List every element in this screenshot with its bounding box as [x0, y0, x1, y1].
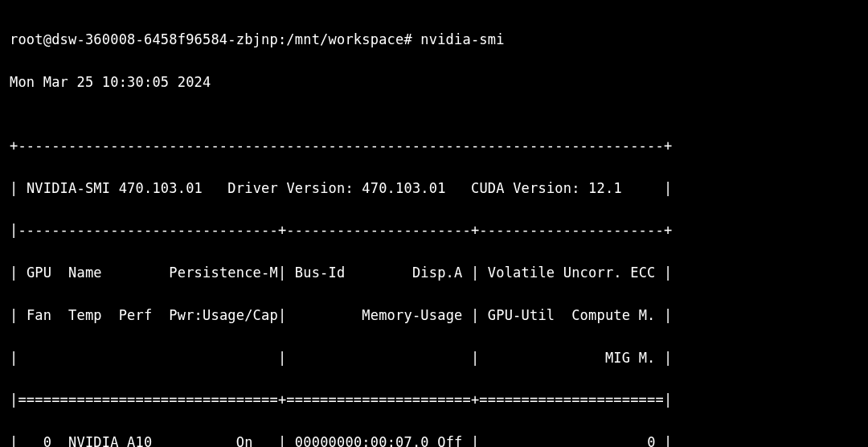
hdr-c3r3: MIG M. [605, 350, 656, 366]
table-sep-double: |===============================+=======… [10, 389, 858, 410]
prompt-prefix: root@dsw-360008-6458f96584-zbjnp:/mnt/wo… [10, 31, 412, 47]
hdr-c3r1: Volatile Uncorr. ECC [488, 265, 656, 281]
hdr-c3r2: GPU-Util Compute M. [488, 307, 656, 323]
gpu-id: 0 [43, 434, 51, 447]
gpu-dispa: Off [437, 434, 462, 447]
hdr-c1r2: Fan Temp Perf Pwr:Usage/Cap [27, 307, 278, 323]
smi-label: NVIDIA-SMI [27, 180, 110, 196]
hdr-c1r1: GPU Name Persistence-M [27, 265, 278, 281]
gpu-name: NVIDIA A10 [68, 434, 152, 447]
version-line: | NVIDIA-SMI 470.103.01 Driver Version: … [10, 178, 858, 199]
hdr-c2r2: Memory-Usage [362, 307, 462, 323]
terminal-output: root@dsw-360008-6458f96584-zbjnp:/mnt/wo… [0, 0, 868, 447]
header-row-1: | GPU Name Persistence-M| Bus-Id Disp.A … [10, 262, 858, 283]
gpu-data-row-1: | 0 NVIDIA A10 On | 00000000:00:07.0 Off… [10, 432, 858, 447]
driver-label: Driver Version: [227, 180, 354, 196]
smi-version: 470.103.01 [119, 180, 203, 196]
gpu-busid: 00000000:00:07.0 [295, 434, 429, 447]
command-text: nvidia-smi [420, 31, 504, 47]
table-border-top: +---------------------------------------… [10, 135, 858, 156]
shell-prompt-line[interactable]: root@dsw-360008-6458f96584-zbjnp:/mnt/wo… [10, 29, 858, 50]
cuda-label: CUDA Version: [471, 180, 580, 196]
header-row-3: | | | MIG M. | [10, 347, 858, 368]
driver-version: 470.103.01 [362, 180, 445, 196]
hdr-c2r1: Bus-Id Disp.A [295, 265, 463, 281]
gpu-persistence: On [236, 434, 253, 447]
cuda-version: 12.1 [588, 180, 622, 196]
nvidia-smi-output: +---------------------------------------… [10, 114, 858, 447]
timestamp-line: Mon Mar 25 10:30:05 2024 [10, 72, 858, 92]
gpu-ecc: 0 [647, 434, 655, 447]
header-row-2: | Fan Temp Perf Pwr:Usage/Cap| Memory-Us… [10, 305, 858, 326]
table-sep: |-------------------------------+-------… [10, 219, 858, 240]
